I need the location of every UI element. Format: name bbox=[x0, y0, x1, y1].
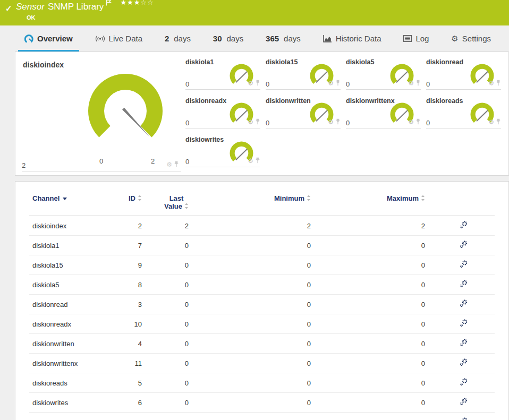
column-header-maximum[interactable]: Maximum bbox=[311, 190, 425, 216]
pin-icon[interactable] bbox=[496, 117, 501, 127]
last-value-cell: 0 bbox=[142, 255, 189, 275]
edit-channel-gears-icon[interactable] bbox=[459, 299, 468, 310]
channel-gauge: diskiola5 0 ⚙ bbox=[346, 57, 421, 90]
pin-icon[interactable] bbox=[255, 156, 260, 166]
gear-icon[interactable]: ⚙ bbox=[166, 161, 172, 168]
minimum-cell: 0 bbox=[189, 334, 311, 354]
edit-channel-gears-icon[interactable] bbox=[459, 319, 468, 329]
channel-name-cell: diskionwritten bbox=[29, 334, 114, 354]
maximum-cell: 0 bbox=[311, 295, 425, 314]
channel-gauge: diskionread 0 ⚙ bbox=[426, 57, 501, 90]
gauge-scale-max: 2 bbox=[151, 157, 155, 165]
minimum-cell: 0 bbox=[189, 295, 311, 314]
gear-icon[interactable]: ⚙ bbox=[248, 119, 253, 125]
maximum-cell: 0 bbox=[311, 314, 425, 334]
edit-channel-gears-icon[interactable] bbox=[459, 358, 468, 368]
channel-gauge: diskionwrittenx 0 ⚙ bbox=[346, 96, 421, 128]
channel-gauge: diskionwritten 0 ⚙ bbox=[266, 96, 341, 128]
tab-label: Log bbox=[415, 34, 429, 43]
gauge-value: 0 bbox=[426, 80, 430, 88]
pin-icon[interactable] bbox=[415, 79, 421, 88]
pin-icon[interactable] bbox=[496, 79, 501, 88]
gear-icon[interactable]: ⚙ bbox=[248, 80, 253, 87]
table-row: diskiola5 8 0 0 0 bbox=[29, 275, 495, 295]
tab-historic-data[interactable]: Historic Data bbox=[317, 25, 388, 52]
edit-channel-gears-icon[interactable] bbox=[459, 417, 468, 420]
edit-channel-gears-icon[interactable] bbox=[459, 260, 468, 270]
column-header-channel[interactable]: Channel bbox=[29, 190, 114, 216]
edit-channel-gears-icon[interactable] bbox=[459, 220, 468, 231]
gauge-value: 2 bbox=[22, 161, 26, 169]
flag-icon[interactable] bbox=[106, 0, 112, 8]
gear-icon[interactable]: ⚙ bbox=[328, 80, 334, 87]
channel-gauge: diskiola1 0 ⚙ bbox=[185, 57, 260, 90]
tab-overview[interactable]: Overview bbox=[18, 25, 79, 52]
channel-gauge: diskiola15 0 ⚙ bbox=[266, 57, 341, 90]
column-header-last-value[interactable]: LastValue bbox=[142, 190, 189, 216]
gear-icon[interactable]: ⚙ bbox=[328, 119, 334, 125]
tab-365-days[interactable]: 365 days bbox=[259, 25, 307, 52]
tab-label: days bbox=[284, 34, 301, 43]
pin-icon[interactable] bbox=[255, 117, 260, 127]
tab-label: days bbox=[174, 34, 191, 43]
channel-name-cell: diskiowrites bbox=[29, 393, 114, 413]
pin-icon[interactable] bbox=[335, 79, 341, 88]
log-icon bbox=[403, 35, 412, 42]
channel-table: Channel ID LastValue Minimum Maximum dis… bbox=[29, 190, 495, 420]
minimum-cell: 2 bbox=[189, 216, 311, 236]
gear-icon[interactable]: ⚙ bbox=[488, 80, 494, 87]
channel-name-cell: diskionwrittenx bbox=[29, 354, 114, 373]
pin-icon[interactable] bbox=[255, 79, 260, 88]
table-row: diskionread 3 0 0 0 bbox=[29, 295, 495, 314]
id-cell: 5 bbox=[114, 373, 142, 393]
gauge-dial bbox=[86, 71, 165, 151]
last-value-cell: 0 bbox=[142, 334, 189, 354]
table-row: diskionwritten 4 0 0 0 bbox=[29, 334, 495, 354]
tab-2-days[interactable]: 2 days bbox=[158, 25, 197, 52]
pin-icon[interactable] bbox=[415, 117, 421, 127]
gauge-title: diskioindex bbox=[23, 61, 64, 69]
gear-icon[interactable]: ⚙ bbox=[408, 119, 414, 125]
channel-name-cell: diskiola5 bbox=[29, 275, 114, 295]
gauge-value: 0 bbox=[266, 119, 269, 127]
edit-channel-gears-icon[interactable] bbox=[459, 240, 468, 251]
pin-icon[interactable] bbox=[335, 117, 341, 127]
edit-channel-gears-icon[interactable] bbox=[459, 338, 468, 349]
gauge-value: 0 bbox=[185, 119, 189, 127]
maximum-cell bbox=[311, 413, 425, 420]
gear-icon[interactable]: ⚙ bbox=[488, 119, 494, 125]
sensor-tabs: Overview Live Data 2 days 30 days 365 da… bbox=[0, 25, 509, 52]
edit-channel-gears-icon[interactable] bbox=[459, 279, 468, 290]
channel-table-panel: Channel ID LastValue Minimum Maximum dis… bbox=[15, 181, 509, 420]
priority-stars[interactable]: ★★★☆☆ bbox=[120, 0, 154, 6]
gear-icon[interactable]: ⚙ bbox=[248, 158, 253, 164]
maximum-cell: 0 bbox=[311, 393, 425, 413]
channel-name-cell: diskioreads bbox=[29, 373, 114, 393]
gear-icon[interactable]: ⚙ bbox=[408, 80, 414, 87]
maximum-cell: 0 bbox=[311, 354, 425, 373]
column-header-id[interactable]: ID bbox=[114, 190, 142, 216]
minimum-cell bbox=[189, 413, 311, 420]
primary-channel-gauge: diskioindex 0 2 2 ⚙ bbox=[22, 57, 181, 172]
id-cell: 4 bbox=[114, 334, 142, 354]
minimum-cell: 0 bbox=[189, 393, 311, 413]
edit-channel-gears-icon[interactable] bbox=[459, 378, 468, 388]
tab-live-data[interactable]: Live Data bbox=[89, 25, 149, 52]
gauge-scale-min: 0 bbox=[99, 157, 103, 165]
tab-log[interactable]: Log bbox=[397, 25, 435, 52]
edit-channel-gears-icon[interactable] bbox=[459, 397, 468, 408]
gauge-value: 0 bbox=[346, 119, 350, 127]
id-cell: 3 bbox=[114, 295, 142, 314]
stars-filled: ★★★ bbox=[120, 0, 140, 6]
maximum-cell: 0 bbox=[311, 275, 425, 295]
minimum-cell: 0 bbox=[189, 236, 311, 255]
last-value-cell: 0 bbox=[142, 314, 189, 334]
tab-30-days[interactable]: 30 days bbox=[207, 25, 250, 52]
sensor-status-badge: OK bbox=[27, 14, 36, 21]
pin-icon[interactable] bbox=[174, 160, 179, 169]
tab-settings[interactable]: ⚙ Settings bbox=[445, 25, 497, 52]
id-cell: 6 bbox=[114, 393, 142, 413]
column-header-minimum[interactable]: Minimum bbox=[189, 190, 311, 216]
maximum-cell: 0 bbox=[311, 373, 425, 393]
small-gauges-grid: diskiola1 0 ⚙ diskiola15 0 ⚙ diskiola5 bbox=[185, 57, 501, 175]
